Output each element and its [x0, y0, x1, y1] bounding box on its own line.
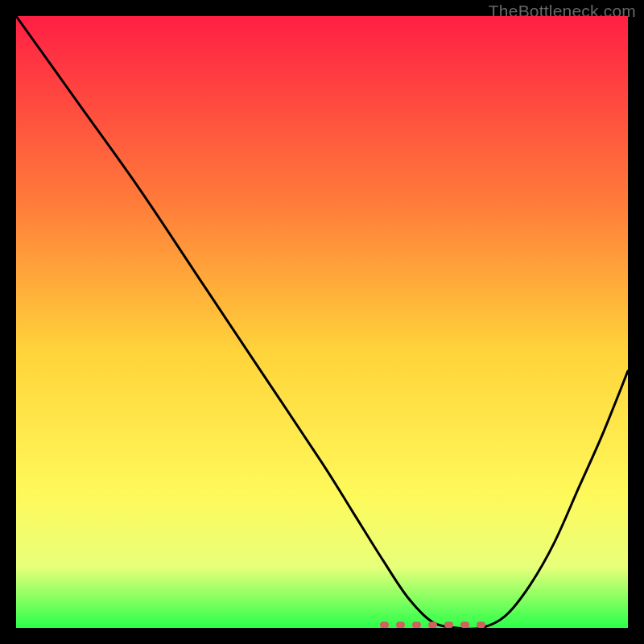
chart-svg	[16, 16, 628, 628]
chart-frame: TheBottleneck.com	[0, 0, 644, 644]
chart-plot-area	[16, 16, 628, 628]
gradient-bg	[16, 16, 628, 628]
